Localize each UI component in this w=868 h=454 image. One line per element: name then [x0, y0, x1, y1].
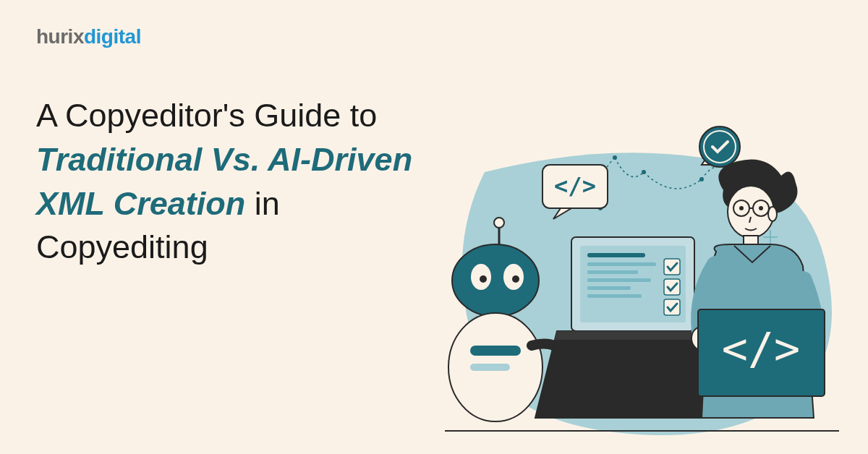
svg-text:</>: </>: [554, 172, 596, 200]
headline-highlight1: Traditional Vs. AI-Driven: [36, 141, 412, 178]
brand-logo: hurixdigital: [36, 25, 141, 48]
logo-text-part1: hurix: [36, 25, 84, 48]
code-sign: </>: [698, 309, 825, 396]
svg-rect-24: [587, 270, 638, 274]
hero-illustration: </>: [412, 114, 846, 454]
svg-rect-25: [587, 278, 651, 282]
svg-rect-28: [664, 259, 680, 275]
svg-point-7: [699, 127, 740, 167]
headline-line1: A Copyeditor's Guide to: [36, 97, 377, 134]
svg-point-37: [768, 207, 777, 221]
svg-point-0: [613, 155, 617, 160]
page-title: A Copyeditor's Guide to Traditional Vs. …: [36, 94, 441, 270]
svg-point-14: [480, 275, 487, 283]
svg-rect-26: [587, 286, 631, 290]
logo-text-part2: digital: [84, 25, 141, 48]
svg-point-36: [759, 206, 763, 210]
svg-point-11: [452, 244, 539, 317]
svg-rect-29: [664, 279, 680, 295]
svg-rect-22: [587, 253, 645, 257]
svg-rect-17: [470, 346, 521, 356]
headline-highlight2: XML Creation: [36, 185, 245, 222]
svg-rect-27: [587, 294, 642, 298]
svg-rect-23: [587, 262, 656, 266]
headline-line4: Copyediting: [36, 228, 208, 265]
svg-rect-30: [664, 299, 680, 315]
svg-point-15: [512, 275, 519, 283]
svg-point-10: [494, 218, 504, 228]
svg-rect-18: [470, 364, 510, 371]
svg-point-1: [642, 170, 646, 174]
svg-point-35: [739, 206, 744, 210]
headline-line3-suffix: in: [245, 185, 280, 222]
svg-text:</>: </>: [722, 323, 800, 374]
svg-point-2: [699, 177, 704, 181]
checkmark-badge: [699, 127, 740, 167]
